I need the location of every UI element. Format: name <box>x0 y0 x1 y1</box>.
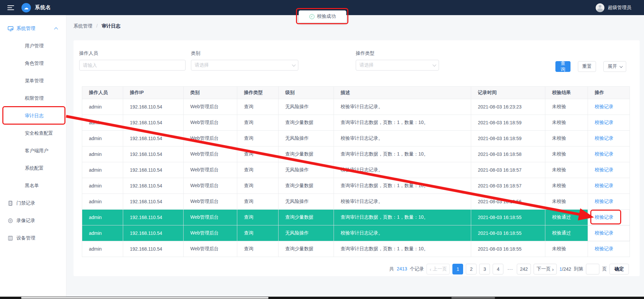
reset-button[interactable]: 重置 <box>578 61 596 72</box>
operator-input[interactable] <box>79 60 186 71</box>
sidebar-submenu-item[interactable]: 角色管理 <box>0 55 66 72</box>
page-button[interactable]: 3 <box>479 264 490 274</box>
sidebar-group-system-management[interactable]: 系统管理 <box>0 20 66 37</box>
sidebar-submenu-item[interactable]: 客户端用户 <box>0 142 66 160</box>
cell-record-time: 2021-08-03 16:18:58 <box>471 146 545 162</box>
cell-verify-result: 校验通过 <box>545 210 588 225</box>
sidebar-submenu-item[interactable]: 安全检查配置 <box>0 125 66 142</box>
total-count: 2413 <box>397 266 407 271</box>
collapse-sidebar-icon[interactable] <box>7 5 14 10</box>
next-page-button[interactable]: 下一页 › <box>534 264 557 274</box>
category-select-placeholder: 请选择 <box>195 62 209 68</box>
cell-action: 校验记录 <box>588 99 630 115</box>
cell-description: 校验审计日志记录。 <box>334 99 471 115</box>
cell-category: Web管理后台 <box>184 131 237 146</box>
sidebar-submenu-item[interactable]: 审计日志 <box>0 107 66 125</box>
cell-category: Web管理后台 <box>184 178 237 194</box>
cell-description: 查询审计日志数据，页数：1，数量：10。 <box>334 241 471 257</box>
cell-level: 无风险操作 <box>279 194 334 210</box>
cell-level: 查询少量数据 <box>279 210 334 225</box>
sidebar-item-device-management[interactable]: 设备管理 <box>0 229 66 247</box>
scrollbar-thumb[interactable] <box>21 297 268 299</box>
sidebar-item-video-records[interactable]: 录像记录 <box>0 212 66 229</box>
page-number-buttons: 1234 <box>452 264 503 274</box>
cell-record-time: 2021-08-03 16:18:59 <box>471 131 545 146</box>
sidebar-item-access-records[interactable]: 门禁记录 <box>0 195 66 212</box>
verify-record-link[interactable]: 校验记录 <box>595 151 613 157</box>
cell-action: 校验记录 <box>588 210 630 225</box>
cell-ip: 192.168.110.54 <box>123 99 184 115</box>
sidebar-submenu-item[interactable]: 用户管理 <box>0 37 66 55</box>
cell-ip: 192.168.110.54 <box>123 241 184 257</box>
cell-operator: admin <box>82 210 123 225</box>
cell-ip: 192.168.110.54 <box>123 146 184 162</box>
sidebar-submenu-item[interactable]: 黑名单 <box>0 177 66 195</box>
verify-record-link[interactable]: 校验记录 <box>595 167 613 172</box>
col-level: 级别 <box>279 87 334 99</box>
sidebar-submenu-label: 权限管理 <box>25 95 44 101</box>
cell-optype: 查询 <box>237 99 279 115</box>
sidebar: 系统管理 用户管理 角色管理 菜单管理 权限管理 审计日志 安全检查配置 客户端… <box>0 15 66 297</box>
sidebar-submenu-label: 角色管理 <box>25 60 44 67</box>
verify-record-link[interactable]: 校验记录 <box>595 135 613 141</box>
verify-record-link[interactable]: 校验记录 <box>595 230 613 236</box>
cell-category: Web管理后台 <box>184 99 237 115</box>
cell-level: 查询少量数据 <box>279 178 334 194</box>
table-row: admin 192.168.110.54 Web管理后台 查询 无风险操作 校验… <box>82 99 630 115</box>
breadcrumb-parent[interactable]: 系统管理 <box>73 23 92 29</box>
verify-record-link[interactable]: 校验记录 <box>595 246 613 251</box>
app-logo-icon: ☁ <box>21 3 31 12</box>
total-prefix: 共 <box>389 266 394 271</box>
cell-verify-result: 未校验 <box>545 178 588 194</box>
expand-button[interactable]: 展开 <box>603 61 626 72</box>
cell-optype: 查询 <box>237 178 279 194</box>
goto-prefix: 到第 <box>574 266 583 272</box>
search-button[interactable]: 查询 <box>555 61 571 72</box>
table-row: admin 192.168.110.54 Web管理后台 查询 查询少量数据 查… <box>82 210 630 225</box>
verify-record-link[interactable]: 校验记录 <box>595 214 613 220</box>
sidebar-submenu-item[interactable]: 菜单管理 <box>0 72 66 90</box>
next-page-label: 下一页 <box>537 266 551 272</box>
page-button[interactable]: 2 <box>466 264 477 274</box>
cell-description: 校验审计日志记录。 <box>334 162 471 178</box>
user-name: 超级管理员 <box>608 5 631 11</box>
expand-button-label: 展开 <box>608 63 617 70</box>
total-suffix: 个记录 <box>410 266 424 271</box>
sidebar-submenu-label: 菜单管理 <box>25 78 44 84</box>
cell-level: 无风险操作 <box>279 99 334 115</box>
sidebar-group-label: 系统管理 <box>16 26 35 32</box>
cell-category: Web管理后台 <box>184 210 237 225</box>
prev-page-button[interactable]: ‹ 上一页 <box>427 264 450 274</box>
sidebar-submenu-item[interactable]: 系统配置 <box>0 160 66 177</box>
goto-page-input[interactable] <box>586 264 599 274</box>
cell-category: Web管理后台 <box>184 194 237 210</box>
chevron-right-icon: › <box>551 267 554 272</box>
app-title: 系统名 <box>35 4 51 11</box>
verify-record-link[interactable]: 校验记录 <box>595 183 613 188</box>
page-button[interactable]: 4 <box>493 264 503 274</box>
cell-ip: 192.168.110.54 <box>123 194 184 210</box>
last-page-button[interactable]: 242 <box>517 264 531 274</box>
table-row: admin 192.168.110.54 Web管理后台 查询 查询少量数据 查… <box>82 146 630 162</box>
verify-record-link[interactable]: 校验记录 <box>595 199 613 204</box>
col-category: 类别 <box>184 87 237 99</box>
page-button[interactable]: 1 <box>452 264 463 274</box>
optype-select[interactable]: 请选择 <box>356 60 439 71</box>
cell-operator: admin <box>82 162 123 178</box>
cell-action: 校验记录 <box>588 162 630 178</box>
category-select[interactable]: 请选择 <box>191 60 298 71</box>
audit-log-table: 操作人员 操作IP 类别 操作类型 级别 描述 记录时间 校验结果 操作 adm… <box>82 86 630 257</box>
confirm-page-button[interactable]: 确定 <box>609 264 629 274</box>
filter-buttons: 查询 重置 展开 <box>555 61 626 72</box>
verify-record-link[interactable]: 校验记录 <box>595 120 613 125</box>
cell-operator: admin <box>82 115 123 131</box>
cell-record-time: 2021-08-03 16:18:55 <box>471 210 545 225</box>
verify-record-link[interactable]: 校验记录 <box>595 104 613 109</box>
system-management-icon <box>7 26 13 32</box>
chevron-down-icon <box>620 65 623 68</box>
table-row: admin 192.168.110.54 Web管理后台 查询 查询少量数据 查… <box>82 241 630 257</box>
user-avatar[interactable] <box>596 3 604 12</box>
sidebar-submenu-item[interactable]: 权限管理 <box>0 90 66 107</box>
scrollbar-thumb-secondary[interactable] <box>451 297 495 299</box>
cell-operator: admin <box>82 225 123 241</box>
